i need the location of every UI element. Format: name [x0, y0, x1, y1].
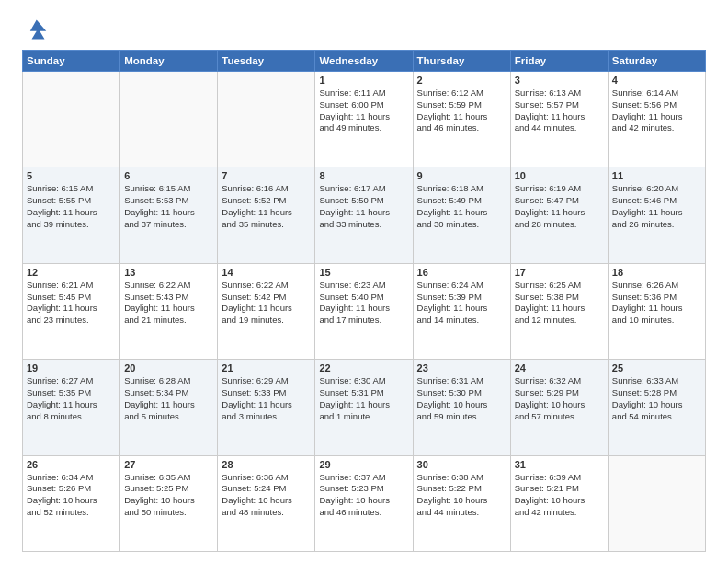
cell-info-line: Daylight: 11 hours	[319, 207, 408, 219]
cell-info-line: Daylight: 11 hours	[319, 399, 408, 411]
day-number: 14	[222, 267, 311, 278]
calendar-cell: 21Sunrise: 6:29 AMSunset: 5:33 PMDayligh…	[218, 360, 315, 455]
day-header-tuesday: Tuesday	[218, 51, 315, 72]
cell-info-line: Sunset: 5:35 PM	[27, 387, 116, 399]
cell-info-line: and 12 minutes.	[515, 315, 604, 327]
cell-info-line: Sunset: 5:39 PM	[417, 292, 506, 304]
day-number: 13	[124, 267, 213, 278]
cell-info-line: Sunset: 5:24 PM	[222, 483, 311, 495]
cell-info-line: and 57 minutes.	[515, 411, 604, 423]
cell-info-line: Sunrise: 6:16 AM	[222, 183, 311, 195]
cell-info-line: Sunrise: 6:13 AM	[515, 87, 604, 99]
calendar-cell: 23Sunrise: 6:31 AMSunset: 5:30 PMDayligh…	[413, 360, 510, 455]
cell-info-line: Daylight: 10 hours	[515, 495, 604, 507]
cell-info-line: Sunrise: 6:18 AM	[417, 183, 506, 195]
cell-info-line: Daylight: 11 hours	[515, 303, 604, 315]
cell-info-line: Daylight: 11 hours	[612, 111, 701, 123]
calendar-cell: 4Sunrise: 6:14 AMSunset: 5:56 PMDaylight…	[608, 72, 705, 167]
cell-info-line: and 23 minutes.	[27, 315, 116, 327]
cell-info-line: and 42 minutes.	[612, 122, 701, 134]
day-header-thursday: Thursday	[413, 51, 510, 72]
cell-info-line: and 44 minutes.	[417, 507, 506, 519]
cell-info-line: Sunrise: 6:32 AM	[515, 375, 604, 387]
cell-info-line: and 46 minutes.	[319, 507, 408, 519]
cell-info-line: Sunset: 5:42 PM	[222, 292, 311, 304]
day-number: 11	[612, 170, 701, 181]
cell-info-line: Sunrise: 6:34 AM	[27, 472, 116, 484]
cell-info-line: Sunrise: 6:15 AM	[27, 183, 116, 195]
day-number: 17	[515, 267, 604, 278]
cell-info-line: Daylight: 11 hours	[319, 111, 408, 123]
cell-info-line: and 28 minutes.	[515, 219, 604, 231]
week-row-5: 26Sunrise: 6:34 AMSunset: 5:26 PMDayligh…	[23, 455, 706, 551]
cell-info-line: Sunrise: 6:23 AM	[319, 280, 408, 292]
calendar-cell: 29Sunrise: 6:37 AMSunset: 5:23 PMDayligh…	[315, 455, 413, 551]
day-number: 9	[417, 170, 506, 181]
day-number: 19	[27, 362, 116, 373]
calendar-cell: 9Sunrise: 6:18 AMSunset: 5:49 PMDaylight…	[413, 167, 510, 263]
day-number: 10	[515, 170, 604, 181]
cell-info-line: Daylight: 11 hours	[124, 303, 213, 315]
calendar-cell: 6Sunrise: 6:15 AMSunset: 5:53 PMDaylight…	[120, 167, 218, 263]
cell-info-line: Sunrise: 6:33 AM	[612, 375, 701, 387]
day-number: 7	[222, 170, 311, 181]
cell-info-line: Sunset: 5:40 PM	[319, 292, 408, 304]
day-number: 22	[319, 362, 408, 373]
calendar-cell: 30Sunrise: 6:38 AMSunset: 5:22 PMDayligh…	[413, 455, 510, 551]
cell-info-line: Daylight: 11 hours	[222, 207, 311, 219]
cell-info-line: and 26 minutes.	[612, 219, 701, 231]
calendar-cell: 7Sunrise: 6:16 AMSunset: 5:52 PMDaylight…	[218, 167, 315, 263]
cell-info-line: Sunset: 5:46 PM	[612, 195, 701, 207]
cell-info-line: Sunrise: 6:29 AM	[222, 375, 311, 387]
calendar-cell: 3Sunrise: 6:13 AMSunset: 5:57 PMDaylight…	[510, 72, 608, 167]
cell-info-line: Sunset: 5:28 PM	[612, 387, 701, 399]
day-header-saturday: Saturday	[608, 51, 705, 72]
calendar-cell: 27Sunrise: 6:35 AMSunset: 5:25 PMDayligh…	[120, 455, 218, 551]
cell-info-line: Sunset: 6:00 PM	[319, 99, 408, 111]
cell-info-line: Daylight: 10 hours	[417, 495, 506, 507]
calendar-cell: 13Sunrise: 6:22 AMSunset: 5:43 PMDayligh…	[120, 263, 218, 359]
day-number: 20	[124, 362, 213, 373]
cell-info-line: and 48 minutes.	[222, 507, 311, 519]
cell-info-line: Daylight: 11 hours	[27, 303, 116, 315]
day-number: 5	[27, 170, 116, 181]
cell-info-line: Daylight: 11 hours	[417, 111, 506, 123]
cell-info-line: Sunrise: 6:22 AM	[124, 280, 213, 292]
cell-info-line: and 19 minutes.	[222, 315, 311, 327]
cell-info-line: Sunset: 5:31 PM	[319, 387, 408, 399]
cell-info-line: Sunrise: 6:26 AM	[612, 280, 701, 292]
day-number: 3	[515, 75, 604, 86]
cell-info-line: Sunset: 5:55 PM	[27, 195, 116, 207]
calendar-cell: 11Sunrise: 6:20 AMSunset: 5:46 PMDayligh…	[608, 167, 705, 263]
cell-info-line: Daylight: 10 hours	[612, 399, 701, 411]
cell-info-line: Daylight: 11 hours	[515, 111, 604, 123]
cell-info-line: Sunrise: 6:36 AM	[222, 472, 311, 484]
logo	[22, 17, 51, 42]
day-number: 18	[612, 267, 701, 278]
cell-info-line: and 59 minutes.	[417, 411, 506, 423]
cell-info-line: and 3 minutes.	[222, 411, 311, 423]
cell-info-line: and 5 minutes.	[124, 411, 213, 423]
calendar-cell: 25Sunrise: 6:33 AMSunset: 5:28 PMDayligh…	[608, 360, 705, 455]
cell-info-line: Daylight: 11 hours	[417, 207, 506, 219]
calendar-cell: 20Sunrise: 6:28 AMSunset: 5:34 PMDayligh…	[120, 360, 218, 455]
calendar-cell	[23, 72, 120, 167]
cell-info-line: Sunset: 5:25 PM	[124, 483, 213, 495]
cell-info-line: Sunset: 5:57 PM	[515, 99, 604, 111]
cell-info-line: Sunrise: 6:38 AM	[417, 472, 506, 484]
cell-info-line: and 50 minutes.	[124, 507, 213, 519]
cell-info-line: and 14 minutes.	[417, 315, 506, 327]
cell-info-line: Daylight: 11 hours	[515, 207, 604, 219]
cell-info-line: and 39 minutes.	[27, 219, 116, 231]
cell-info-line: Daylight: 11 hours	[319, 303, 408, 315]
cell-info-line: Daylight: 11 hours	[417, 303, 506, 315]
cell-info-line: and 1 minute.	[319, 411, 408, 423]
calendar-cell: 10Sunrise: 6:19 AMSunset: 5:47 PMDayligh…	[510, 167, 608, 263]
cell-info-line: Sunrise: 6:25 AM	[515, 280, 604, 292]
day-number: 8	[319, 170, 408, 181]
cell-info-line: Sunrise: 6:15 AM	[124, 183, 213, 195]
calendar-cell: 31Sunrise: 6:39 AMSunset: 5:21 PMDayligh…	[510, 455, 608, 551]
calendar-cell: 18Sunrise: 6:26 AMSunset: 5:36 PMDayligh…	[608, 263, 705, 359]
cell-info-line: Daylight: 11 hours	[124, 207, 213, 219]
calendar-cell: 26Sunrise: 6:34 AMSunset: 5:26 PMDayligh…	[23, 455, 120, 551]
